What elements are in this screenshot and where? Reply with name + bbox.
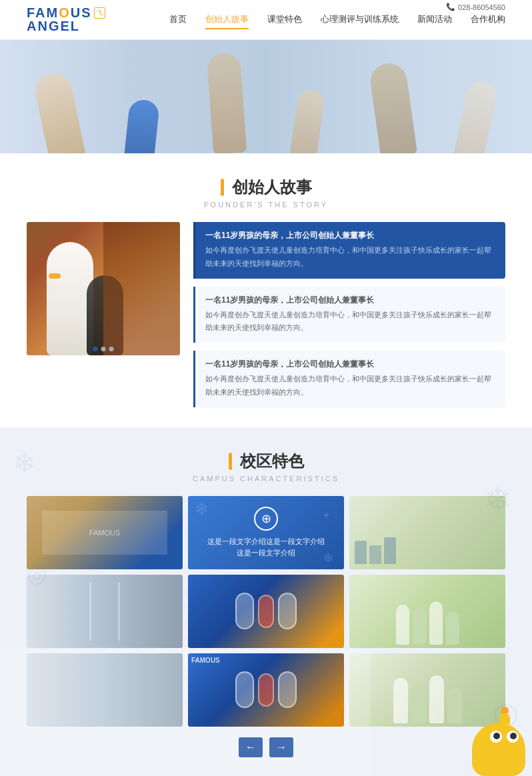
campus-img-classroom xyxy=(349,496,505,569)
campus-title-wrap: 校区特色 CAMPUS CHARACTERISTICS xyxy=(0,427,532,496)
founder-image xyxy=(27,222,180,355)
campus-img-hallway2 xyxy=(27,653,183,727)
img-dot-1 xyxy=(93,347,98,351)
hand-4 xyxy=(289,89,325,153)
phone-bar: 📞 028-86054560 xyxy=(446,0,505,14)
logo-angel: ANGEL xyxy=(27,19,105,34)
hand-2 xyxy=(123,99,160,153)
campus-title-zh: 校区特色 xyxy=(0,451,532,472)
logo-badge: 飞 xyxy=(94,7,105,19)
robot-pupil-right xyxy=(510,733,517,739)
center-bg-decor: ❄ ❄ ✦ xyxy=(188,496,344,569)
founder-body-2: 如今再度创办飞渡天使儿童创造力培育中心，和中国更多关注孩子快乐成长的家长一起帮助… xyxy=(205,309,495,335)
site-header: FAMOUS 飞 ANGEL 首页 创始人故事 课堂特色 心理测评与训练系统 新… xyxy=(0,0,532,40)
phone-number: 028-86054560 xyxy=(458,3,505,11)
phone-icon: 📞 xyxy=(446,3,455,11)
founder-name-3: 一名11岁男孩的母亲，上市公司创始人兼董事长 xyxy=(205,359,495,370)
founder-text-block-2: 一名11岁男孩的母亲，上市公司创始人兼董事长 如今再度创办飞渡天使儿童创造力培育… xyxy=(193,287,505,343)
founder-name-2: 一名11岁男孩的母亲，上市公司创始人兼董事长 xyxy=(205,295,495,306)
founder-title-en: FOUNDER'S THE STORY xyxy=(0,201,532,209)
hero-banner xyxy=(0,40,532,153)
decor-circle-1: ◎ xyxy=(27,561,47,587)
nav-founder[interactable]: 创始人故事 xyxy=(205,11,249,29)
campus-grid-row1: FAMOUS ❄ ❄ ✦ ⊕ 这是一段文字介绍这是一段文字介绍 这是一段文字介绍 xyxy=(27,496,505,569)
founder-body-1: 如今再度创办飞渡天使儿童创造力培育中心，和中国更多关注孩子快乐成长的家长一起帮助… xyxy=(205,244,495,271)
founder-title-wrap: 创始人故事 FOUNDER'S THE STORY xyxy=(0,153,532,222)
campus-section: ❄ ❄ ◎ ◎ 校区特色 CAMPUS CHARACTERISTICS FAMO… xyxy=(0,427,532,776)
bg-dark xyxy=(103,222,180,355)
founder-title-zh: 创始人故事 xyxy=(0,177,532,198)
campus-img-center[interactable]: ❄ ❄ ✦ ⊕ 这是一段文字介绍这是一段文字介绍 这是一段文字介绍 xyxy=(188,496,344,569)
campus-img-astronaut2: FAMOUS xyxy=(188,653,344,727)
founder-text-block-1: 一名11岁男孩的母亲，上市公司创始人兼董事长 如今再度创办飞渡天使儿童创造力培育… xyxy=(193,222,505,279)
campus-grid-row2: FAMOUS xyxy=(27,575,505,648)
campus-title-bar xyxy=(229,453,232,470)
decor-leaf-1: ❄ xyxy=(13,447,36,478)
founder-body-3: 如今再度创办飞渡天使儿童创造力培育中心，和中国更多关注孩子快乐成长的家长一起帮助… xyxy=(205,373,495,399)
founder-name-1: 一名11岁男孩的母亲，上市公司创始人兼董事长 xyxy=(205,230,495,241)
hand-3 xyxy=(207,52,247,153)
famous-label2: FAMOUS xyxy=(191,657,220,664)
campus-title-en: CAMPUS CHARACTERISTICS xyxy=(0,475,532,483)
hand-1 xyxy=(32,70,86,153)
img-dot-3 xyxy=(109,347,114,351)
lobby-label: FAMOUS xyxy=(89,529,120,537)
site-logo[interactable]: FAMOUS 飞 ANGEL xyxy=(27,5,105,34)
campus-img-lobby: FAMOUS xyxy=(27,496,183,569)
robot-decoration xyxy=(465,696,532,776)
campus-img-hallway1 xyxy=(27,575,183,648)
title-accent-bar xyxy=(221,179,224,196)
img-dots xyxy=(93,347,114,351)
hand-5 xyxy=(368,61,417,153)
hand-6 xyxy=(453,79,499,153)
founder-text-block-3: 一名11岁男孩的母亲，上市公司创始人兼董事长 如今再度创办飞渡天使儿童创造力培育… xyxy=(193,351,505,407)
campus-grid-row3: FAMOUS xyxy=(27,653,505,727)
decor-leaf-2: ❄ xyxy=(484,481,512,519)
campus-img-kids1 xyxy=(349,575,505,648)
nav-psych[interactable]: 心理测评与训练系统 xyxy=(321,11,399,29)
nav-home[interactable]: 首页 xyxy=(169,11,187,29)
nav-courses[interactable]: 课堂特色 xyxy=(267,11,302,29)
founder-section: 创始人故事 FOUNDER'S THE STORY xyxy=(0,153,532,427)
founder-content: 一名11岁男孩的母亲，上市公司创始人兼董事长 如今再度创办飞渡天使儿童创造力培育… xyxy=(27,222,505,407)
robot-pupil-left xyxy=(493,733,500,739)
wristband xyxy=(49,273,61,279)
img-dot-2 xyxy=(101,347,106,351)
founder-texts: 一名11岁男孩的母亲，上市公司创始人兼董事长 如今再度创办飞渡天使儿童创造力培育… xyxy=(180,222,505,407)
campus-img-astronaut1: FAMOUS xyxy=(188,575,344,648)
